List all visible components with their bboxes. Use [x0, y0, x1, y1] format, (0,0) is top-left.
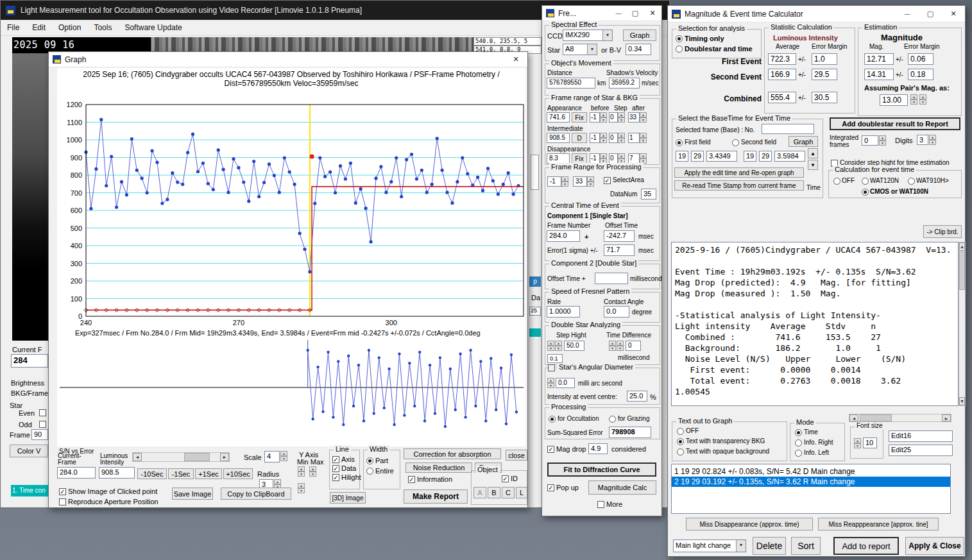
scroll-down-icon[interactable] — [959, 397, 965, 405]
copy-clipboard-button[interactable]: Copy to ClipBoard — [221, 488, 291, 500]
apply-close-button[interactable]: Apply & Close — [905, 537, 964, 555]
frame-scrollbar[interactable] — [132, 452, 230, 462]
first-event-error-box[interactable]: 1.0 — [812, 53, 837, 65]
appearance-step-spinner[interactable] — [618, 112, 625, 123]
error2-box[interactable]: 0.18 — [908, 69, 934, 80]
offset-time-box[interactable]: -242.7 — [604, 230, 635, 242]
intermediate-value-box[interactable]: 908.5 — [547, 133, 570, 143]
text-horizontal-scrollbar[interactable] — [849, 414, 951, 422]
menu-file[interactable]: File — [1, 20, 26, 35]
disappearance-after-box[interactable]: 7 — [628, 153, 640, 164]
odd-checkbox[interactable] — [39, 421, 46, 428]
appearance-after-box[interactable]: 33 — [628, 112, 640, 123]
sum-squared-error-box[interactable]: 798908 — [609, 427, 651, 438]
proc-range-end-spinner[interactable] — [587, 176, 594, 187]
fresnel-titlebar[interactable]: Fre... — [542, 6, 661, 21]
error-sigma-box[interactable]: 71.7 — [604, 244, 635, 256]
frame-number-box[interactable]: 90 — [31, 429, 48, 440]
digits-spinner[interactable] — [929, 135, 936, 145]
even-checkbox[interactable] — [39, 409, 46, 416]
error1-box[interactable]: 0.06 — [908, 53, 934, 65]
calculator-titlebar[interactable]: Magnitude & Event time Calculator — [668, 6, 965, 22]
time2-sec-box[interactable]: 3.5984 — [774, 151, 805, 162]
appearance-value-box[interactable]: 741.6 — [547, 112, 570, 123]
time-diff-box[interactable]: 0 — [626, 341, 641, 351]
graph-titlebar[interactable]: Graph — [49, 52, 527, 67]
for-occultation-radio[interactable] — [549, 416, 556, 423]
intermediate-after-box[interactable]: 1 — [628, 133, 640, 143]
integrated-frames-box[interactable]: 0 — [862, 135, 878, 146]
disappearance-after-spinner[interactable] — [640, 153, 647, 164]
calculator-minimize-button[interactable] — [896, 6, 919, 22]
mag-drop-box[interactable]: 4.9 — [588, 443, 608, 454]
reread-timestamp-button[interactable]: Re-read Time Stamp from current frame — [674, 180, 804, 191]
disappearance-fix-button[interactable]: Fix — [572, 153, 587, 164]
popup-checkbox[interactable] — [547, 484, 554, 491]
plus-10sec-button[interactable]: +10Sec — [223, 468, 253, 479]
velocity-box[interactable]: 35959.2 — [609, 78, 640, 89]
second-field-radio[interactable] — [732, 139, 739, 146]
appearance-fix-button[interactable]: Fix — [572, 112, 587, 123]
report-scrollbar-thumb[interactable] — [959, 251, 965, 290]
appearance-step-box[interactable]: 0 — [609, 112, 618, 123]
step-hight-spinner-1[interactable] — [547, 341, 554, 351]
3d-image-button[interactable]: [3D] Image — [330, 492, 366, 504]
proc-range-start-spinner[interactable] — [561, 176, 568, 187]
time-diff-spinner-1[interactable] — [609, 341, 616, 351]
reproduce-aperture-checkbox[interactable] — [59, 498, 66, 505]
object-a-button[interactable]: A — [473, 487, 486, 498]
time1-hour-box[interactable]: 19 — [676, 151, 688, 162]
intermediate-step-spinner[interactable] — [618, 133, 625, 143]
combined-error-box[interactable]: 30.5 — [812, 92, 837, 103]
noise-reduction-button[interactable]: Noise Reduction — [405, 462, 472, 473]
opaque-bkg-radio[interactable] — [677, 448, 684, 455]
datanum-box[interactable]: 35 — [641, 189, 656, 199]
for-grazing-radio[interactable] — [609, 416, 616, 423]
step-hight-spinner-2[interactable] — [555, 341, 562, 351]
magnitude1-box[interactable]: 12.71 — [864, 53, 894, 65]
central-frame-box[interactable]: 284.0 — [547, 230, 580, 242]
angular-diameter-checkbox[interactable] — [548, 364, 555, 371]
textout-off-radio[interactable] — [677, 428, 684, 435]
intermediate-d-button[interactable]: D — [572, 133, 587, 143]
scroll-right-icon[interactable] — [220, 453, 229, 461]
h-scrollbar-thumb[interactable] — [860, 414, 892, 421]
proc-range-start-box[interactable]: -1 — [547, 176, 561, 187]
width-part-radio[interactable] — [366, 457, 373, 464]
apply-edit-time-button[interactable]: Apply the edit time and Re-open graph — [674, 167, 804, 178]
minus-10sec-button[interactable]: -10Sec — [137, 468, 167, 479]
mode-time-radio[interactable] — [795, 429, 802, 436]
width-entire-radio[interactable] — [366, 468, 373, 475]
step-hight-box[interactable]: 50.0 — [564, 341, 584, 351]
doublestar-time-radio[interactable] — [676, 46, 683, 53]
close-button[interactable]: close — [506, 450, 527, 461]
menu-edit[interactable]: Edit — [26, 20, 52, 35]
font-size-box[interactable]: 10 — [863, 437, 877, 448]
transparency-bkg-radio[interactable] — [677, 438, 684, 445]
digits-box[interactable]: 3 — [917, 135, 928, 145]
yaxis-shift-spinner[interactable] — [298, 483, 305, 493]
yaxis-max-spinner[interactable] — [309, 466, 316, 477]
dropdown-arrow-icon[interactable] — [736, 540, 746, 552]
calculator-close-button[interactable] — [942, 6, 965, 22]
make-report-button[interactable]: Make Report — [404, 489, 468, 504]
appearance-before-spinner[interactable] — [600, 112, 607, 123]
mode-info-left-radio[interactable] — [795, 450, 802, 457]
proc-range-end-box[interactable]: 33 — [573, 176, 587, 187]
intermediate-after-spinner[interactable] — [640, 133, 647, 143]
dropdown-arrow-icon[interactable] — [602, 30, 612, 40]
minus-1sec-button[interactable]: -1Sec — [168, 468, 194, 479]
cmos-wat100n-radio[interactable] — [862, 189, 869, 196]
miss-reappearance-button[interactable]: Miss Reapppearance [approx. tine] — [818, 518, 939, 530]
result-row-1[interactable]: 1 19 29 02.824 +/- 0.083s, S/N= 5.42 D M… — [672, 466, 950, 477]
correction-absorption-button[interactable]: Correction for absorption — [404, 448, 501, 459]
star-type-dropdown[interactable]: A8 — [563, 44, 597, 55]
intermediate-before-box[interactable]: -1 — [590, 133, 600, 143]
light-curve-plot[interactable]: 0100200300400500600700800900100011001200… — [57, 68, 525, 446]
intensity-centre-box[interactable]: 25.0 — [627, 391, 647, 402]
miss-disappearance-button[interactable]: Miss Disappearance (approx. time) — [686, 518, 813, 530]
sort-button[interactable]: Sort — [791, 537, 821, 555]
fresnel-minimize-button[interactable] — [610, 6, 627, 21]
clip-board-button[interactable]: -> Clip brd. — [923, 225, 962, 238]
add-doublestar-report-button[interactable]: Add doublestar result to Report — [830, 117, 960, 130]
